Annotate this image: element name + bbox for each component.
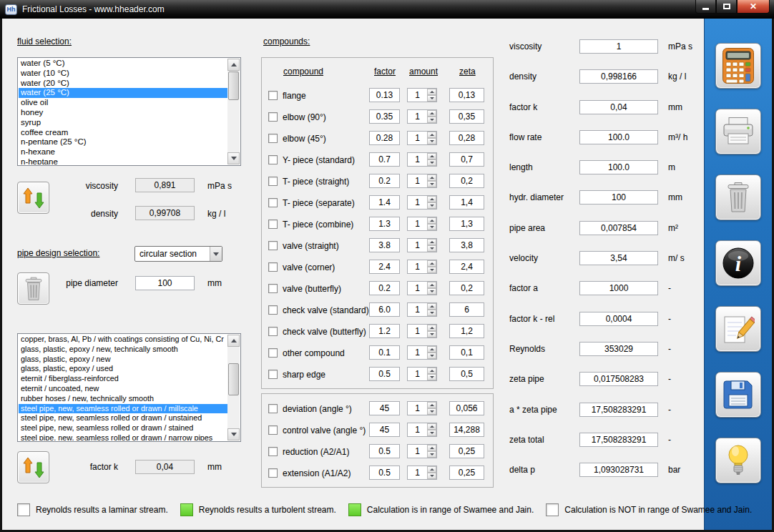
scroll-down-icon[interactable]: [227, 152, 240, 164]
spinner-up-icon[interactable]: [427, 217, 436, 224]
result-field[interactable]: 1000: [579, 281, 658, 295]
amount-value[interactable]: 1: [408, 89, 427, 102]
factor-input[interactable]: 1.3: [369, 217, 400, 231]
result-field[interactable]: 0,017508283: [579, 372, 658, 386]
compound-checkbox[interactable]: [268, 404, 278, 413]
fluid-option[interactable]: water (10 °C): [19, 69, 227, 79]
fluid-option[interactable]: n-hexane: [19, 147, 227, 157]
amount-spinner[interactable]: 1: [407, 131, 437, 145]
spinner-up-icon[interactable]: [427, 402, 436, 408]
factor-input[interactable]: 0.7: [369, 152, 400, 167]
spinner-buttons[interactable]: [427, 153, 436, 166]
spinner-buttons[interactable]: [427, 132, 436, 144]
material-option[interactable]: steel pipe, new, seamless rolled or draw…: [19, 423, 227, 433]
result-field[interactable]: 1,093028731: [579, 463, 658, 477]
amount-value[interactable]: 1: [408, 239, 427, 252]
hint-button[interactable]: [715, 438, 761, 483]
pipe-diameter-input[interactable]: 100: [135, 276, 195, 290]
amount-value[interactable]: 1: [408, 260, 427, 273]
spinner-up-icon[interactable]: [427, 346, 436, 353]
calculate-button[interactable]: [715, 43, 761, 89]
amount-value[interactable]: 1: [408, 110, 427, 123]
spinner-buttons[interactable]: [427, 217, 436, 230]
spinner-buttons[interactable]: [427, 346, 436, 359]
material-factor-k-field[interactable]: 0,04: [135, 460, 195, 474]
compound-checkbox[interactable]: [268, 134, 278, 143]
scroll-up-icon[interactable]: [227, 59, 240, 71]
result-field[interactable]: 0,0004: [579, 312, 658, 326]
spinner-buttons[interactable]: [427, 174, 436, 187]
spinner-buttons[interactable]: [427, 466, 436, 479]
spinner-down-icon[interactable]: [427, 224, 436, 230]
factor-input[interactable]: 0.2: [369, 174, 400, 188]
fluid-scrollbar[interactable]: [227, 59, 240, 164]
factor-input[interactable]: 3.8: [369, 238, 400, 252]
compound-checkbox[interactable]: [268, 112, 278, 122]
amount-value[interactable]: 1: [408, 445, 427, 458]
spinner-down-icon[interactable]: [427, 288, 436, 295]
factor-input[interactable]: 0.28: [369, 131, 400, 145]
status-checkbox[interactable]: [546, 503, 559, 516]
info-button[interactable]: i: [715, 240, 761, 286]
scroll-up-icon[interactable]: [227, 335, 240, 347]
material-option[interactable]: steel pipe, new, seamless rolled or draw…: [19, 404, 227, 414]
minimize-button[interactable]: [695, 0, 716, 14]
spinner-up-icon[interactable]: [427, 89, 436, 95]
amount-value[interactable]: 1: [408, 217, 427, 230]
spinner-buttons[interactable]: [427, 368, 436, 380]
amount-value[interactable]: 1: [408, 423, 427, 436]
spinner-up-icon[interactable]: [427, 174, 436, 181]
delete-button[interactable]: [715, 174, 761, 220]
spinner-down-icon[interactable]: [427, 159, 436, 166]
factor-input[interactable]: 1.2: [369, 324, 400, 338]
amount-spinner[interactable]: 1: [407, 466, 437, 480]
fluid-option[interactable]: syrup: [19, 118, 227, 128]
fluid-option[interactable]: n-pentane (25 °C): [19, 137, 227, 147]
maximize-button[interactable]: [716, 0, 737, 14]
factor-input[interactable]: 45: [369, 423, 400, 437]
amount-value[interactable]: 1: [408, 174, 427, 187]
compound-checkbox[interactable]: [268, 262, 278, 272]
amount-value[interactable]: 1: [408, 368, 427, 380]
compound-checkbox[interactable]: [268, 155, 278, 164]
spinner-down-icon[interactable]: [427, 374, 436, 380]
amount-spinner[interactable]: 1: [407, 88, 437, 102]
spinner-down-icon[interactable]: [427, 310, 436, 316]
factor-input[interactable]: 45: [369, 401, 400, 415]
spinner-down-icon[interactable]: [427, 202, 436, 209]
spinner-buttons[interactable]: [427, 260, 436, 273]
compound-checkbox[interactable]: [268, 348, 278, 358]
material-option[interactable]: glass, plastic, epoxy / used: [19, 364, 227, 374]
spinner-buttons[interactable]: [427, 282, 436, 295]
spinner-down-icon[interactable]: [427, 430, 436, 436]
result-field[interactable]: 17,508283291: [579, 403, 658, 417]
spinner-up-icon[interactable]: [427, 132, 436, 138]
result-field[interactable]: 353029: [579, 342, 658, 356]
amount-value[interactable]: 1: [408, 282, 427, 295]
spinner-up-icon[interactable]: [427, 260, 436, 267]
compound-checkbox[interactable]: [268, 305, 278, 315]
spinner-up-icon[interactable]: [427, 110, 436, 117]
fluid-density-field[interactable]: 0,99708: [135, 206, 195, 220]
spinner-buttons[interactable]: [427, 423, 436, 436]
fluid-option[interactable]: olive oil: [19, 98, 227, 108]
factor-input[interactable]: 0.5: [369, 367, 400, 381]
spinner-up-icon[interactable]: [427, 196, 436, 202]
spinner-up-icon[interactable]: [427, 239, 436, 245]
amount-spinner[interactable]: 1: [407, 195, 437, 210]
spinner-up-icon[interactable]: [427, 423, 436, 430]
fluid-option[interactable]: water (20 °C): [19, 79, 227, 89]
factor-input[interactable]: 2.4: [369, 260, 400, 274]
close-button[interactable]: ✕: [737, 0, 770, 14]
spinner-buttons[interactable]: [427, 325, 436, 338]
spinner-down-icon[interactable]: [427, 331, 436, 338]
spinner-down-icon[interactable]: [427, 267, 436, 273]
compound-checkbox[interactable]: [268, 447, 278, 456]
compound-checkbox[interactable]: [268, 91, 278, 100]
factor-input[interactable]: 6.0: [369, 302, 400, 317]
amount-spinner[interactable]: 1: [407, 302, 437, 317]
save-button[interactable]: [715, 372, 761, 418]
spinner-up-icon[interactable]: [427, 153, 436, 159]
amount-value[interactable]: 1: [408, 325, 427, 338]
spinner-down-icon[interactable]: [427, 181, 436, 187]
